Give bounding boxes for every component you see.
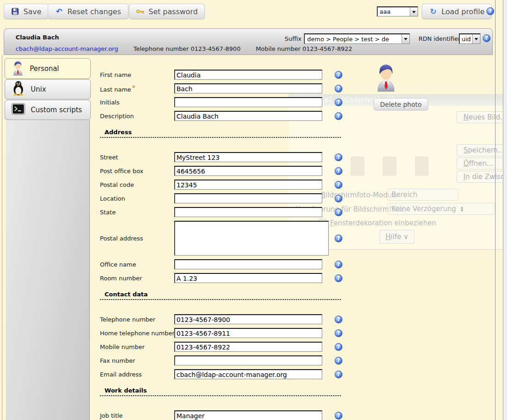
form-row: Office name? (100, 257, 361, 271)
email-address-label: Email address (100, 371, 174, 378)
street-input[interactable] (174, 152, 322, 162)
help-icon[interactable]: ? (335, 167, 342, 175)
user-photo (375, 62, 397, 93)
telephone-number-input[interactable] (174, 314, 322, 324)
email-address-input[interactable] (174, 369, 322, 379)
tab-unix[interactable]: Unix (5, 79, 91, 99)
postal-code-input[interactable] (174, 180, 322, 190)
delete-photo-button[interactable]: Delete photo (374, 98, 428, 110)
help-icon[interactable]: ? (335, 343, 342, 351)
help-icon[interactable]: ? (335, 261, 342, 268)
user-icon (11, 60, 24, 77)
suffix-select-value: demo > People > test > de (305, 36, 402, 43)
postal-address-input[interactable] (174, 221, 329, 256)
form-row: Mobile number? (100, 340, 361, 354)
suffix-label: Suffix (285, 35, 302, 42)
initials-label: Initials (100, 99, 174, 106)
save-button[interactable]: Save (4, 4, 49, 19)
set-password-button[interactable]: Set password (129, 4, 205, 19)
office-name-label: Office name (100, 261, 174, 268)
job-title-input[interactable] (174, 410, 322, 420)
load-profile-button[interactable]: ↻ Load profile (422, 4, 492, 19)
account-email-link[interactable]: cbach@ldap-account-manager.org (16, 45, 118, 52)
fax-number-input[interactable] (174, 355, 322, 365)
last-name-input[interactable] (174, 83, 322, 93)
profile-select-value: aaa (378, 8, 410, 15)
office-name-input[interactable] (174, 259, 322, 269)
dropdown-arrow-icon[interactable] (472, 34, 480, 44)
first-name-label: First name (100, 71, 174, 78)
last-name-label: Last name* (100, 84, 174, 93)
mobile-number-input[interactable] (174, 342, 322, 352)
delete-photo-label: Delete photo (380, 101, 422, 108)
form-row: Room number? (100, 271, 361, 285)
tab-unix-label: Unix (31, 85, 46, 93)
form-row: Last name*? (100, 82, 361, 95)
refresh-icon: ↻ (429, 7, 437, 16)
rdn-select[interactable]: uid (459, 33, 480, 44)
help-icon[interactable]: ? (335, 208, 342, 216)
suffix-select[interactable]: demo > People > test > de (304, 33, 410, 44)
form-row: Home telephone number? (100, 326, 361, 340)
profile-select[interactable]: aaa (377, 6, 418, 16)
help-icon[interactable]: ? (335, 85, 342, 93)
home-telephone-number-input[interactable] (174, 328, 322, 338)
post-office-box-label: Post office box (100, 168, 174, 175)
description-input[interactable] (174, 111, 322, 121)
save-label: Save (23, 7, 41, 16)
window-edge-line (495, 0, 496, 420)
postal-code-label: Postal code (100, 181, 174, 188)
help-icon[interactable]: ? (335, 371, 342, 378)
account-header: Claudia Bach cbach@ldap-account-manager.… (4, 28, 493, 55)
help-icon[interactable]: ? (335, 357, 342, 365)
window-edge-strip (503, 0, 507, 420)
help-icon[interactable]: ? (335, 235, 342, 242)
state-input[interactable] (174, 207, 322, 217)
tux-icon (11, 81, 25, 98)
mobile-number-label: Mobile number (100, 344, 174, 350)
ghost-button-in-die-zwischenablage: In die Zwischenablage (457, 171, 507, 183)
postal-address-label: Postal address (100, 235, 174, 242)
tab-personal[interactable]: Personal (5, 58, 91, 79)
undo-arrow-icon: ↶ (55, 7, 63, 16)
help-icon[interactable]: ? (335, 195, 342, 202)
reset-label: Reset changes (67, 7, 121, 16)
rdn-identifier-label: RDN identifier (419, 35, 460, 42)
dropdown-arrow-icon[interactable] (402, 34, 409, 44)
location-input[interactable] (174, 193, 322, 203)
home-telephone-number-label: Home telephone number (100, 330, 174, 337)
help-icon[interactable]: ? (486, 7, 494, 15)
post-office-box-input[interactable] (174, 166, 322, 176)
help-icon[interactable]: ? (335, 412, 342, 420)
tab-custom-scripts-label: Custom scripts (31, 106, 82, 114)
reset-changes-button[interactable]: ↶ Reset changes (48, 4, 128, 19)
tab-personal-label: Personal (30, 65, 59, 73)
form-row: Initials? (100, 95, 361, 109)
terminal-icon (11, 103, 25, 117)
help-icon[interactable]: ? (483, 34, 490, 42)
room-number-input[interactable] (174, 273, 322, 283)
help-icon[interactable]: ? (335, 71, 342, 79)
ghost-help-button: Hilfe ∨ (380, 230, 414, 244)
help-icon[interactable]: ? (335, 112, 342, 120)
help-icon[interactable]: ? (335, 98, 342, 106)
section-header-work-details: Work details (100, 387, 341, 396)
help-icon[interactable]: ? (335, 329, 342, 337)
floppy-disk-icon (11, 8, 19, 15)
help-icon[interactable]: ? (335, 181, 342, 189)
first-name-input[interactable] (174, 70, 322, 80)
help-icon[interactable]: ? (335, 274, 342, 282)
telephone-number-label: Telephone number (100, 316, 174, 323)
initials-input[interactable] (174, 97, 322, 107)
set-password-label: Set password (149, 7, 198, 16)
tab-custom-scripts[interactable]: Custom scripts (5, 100, 91, 120)
dropdown-arrow-icon[interactable] (410, 7, 418, 16)
help-icon[interactable]: ? (335, 153, 342, 161)
ghost-button-ffnen: Öffnen... (457, 158, 507, 169)
account-telephone: Telephone number 0123-4567-8900 (133, 45, 241, 52)
form-row: Email address? (100, 367, 361, 381)
form-row: Postal code? (100, 178, 361, 191)
ghost-delay-value: Keine Verzögerung▲▼ (387, 203, 495, 215)
help-icon[interactable]: ? (335, 316, 342, 323)
load-profile-label: Load profile (441, 7, 485, 16)
